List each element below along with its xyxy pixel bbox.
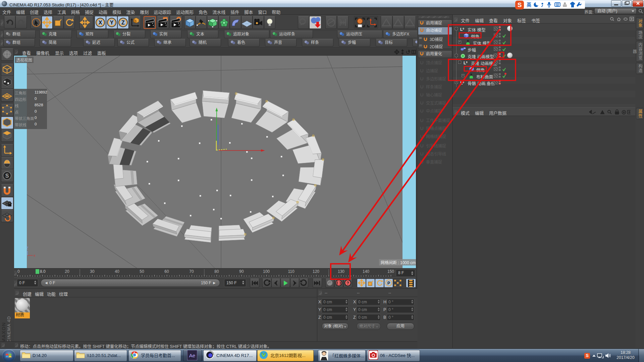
svg-text:8.0: 8.0 <box>40 269 46 274</box>
svg-text:英: 英 <box>526 2 532 7</box>
svg-text:100: 100 <box>263 269 270 274</box>
svg-text:Ae: Ae <box>189 353 195 358</box>
svg-text:60: 60 <box>164 269 169 274</box>
svg-text:P: P <box>387 281 390 286</box>
svg-text:?: ? <box>346 281 349 286</box>
svg-text:Y: Y <box>110 20 114 25</box>
svg-text:140: 140 <box>363 269 369 274</box>
svg-text:90: 90 <box>239 269 244 274</box>
svg-text:150: 150 <box>387 269 394 274</box>
svg-text:X: X <box>99 20 102 25</box>
svg-text:120: 120 <box>313 269 319 274</box>
svg-text:130: 130 <box>338 269 344 274</box>
svg-text:x: x <box>34 253 36 257</box>
svg-text:50: 50 <box>140 269 144 274</box>
svg-text:Z: Z <box>121 20 125 25</box>
svg-text:110: 110 <box>288 269 294 274</box>
svg-text:S: S <box>5 173 9 179</box>
svg-text:0: 0 <box>17 269 20 274</box>
svg-text:30: 30 <box>90 269 95 274</box>
svg-text:40: 40 <box>115 269 119 274</box>
svg-text:70: 70 <box>189 269 194 274</box>
svg-text:20: 20 <box>65 269 69 274</box>
svg-text:80: 80 <box>214 269 219 274</box>
